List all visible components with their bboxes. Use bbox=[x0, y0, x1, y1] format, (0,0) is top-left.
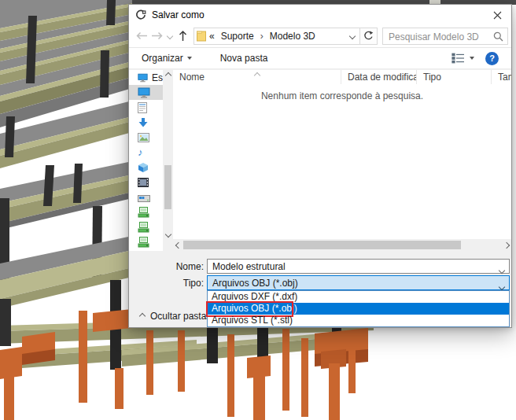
address-bar[interactable]: « Suporte › Modelo 3D bbox=[194, 28, 360, 45]
chevron-down-icon bbox=[164, 230, 171, 237]
sort-indicator-icon bbox=[255, 70, 260, 80]
scroll-up-button[interactable] bbox=[163, 70, 173, 80]
sidebar-item-videos[interactable] bbox=[129, 175, 163, 190]
sidebar-item-documents[interactable] bbox=[129, 100, 163, 115]
column-header-data[interactable]: Data de modificaç... bbox=[341, 70, 417, 84]
sidebar-item-downloads[interactable] bbox=[129, 115, 163, 130]
save-as-dialog: Salvar como bbox=[128, 4, 512, 328]
search-input[interactable] bbox=[387, 29, 491, 45]
filename-panel: Nome: Modelo estrutural Tipo: Arquivos O… bbox=[129, 251, 511, 327]
screen: Salvar como bbox=[0, 0, 516, 420]
title-bar: Salvar como bbox=[129, 5, 511, 24]
search-icon bbox=[493, 31, 503, 44]
column-header-tipo[interactable]: Tipo bbox=[417, 70, 492, 84]
navigation-sidebar: Es bbox=[129, 70, 163, 251]
filename-input[interactable]: Modelo estrutural bbox=[207, 259, 510, 274]
sidebar-item-local-disk[interactable] bbox=[129, 190, 163, 204]
command-toolbar: Organizar Nova pasta ? bbox=[129, 48, 511, 69]
this-pc-icon bbox=[138, 72, 148, 83]
sidebar-scrollbar[interactable] bbox=[163, 70, 173, 251]
forward-arrow-icon bbox=[151, 31, 164, 40]
navigation-bar: « Suporte › Modelo 3D bbox=[129, 24, 511, 48]
recent-locations-button[interactable] bbox=[165, 28, 175, 44]
file-list: Nome Data de modificaç... Tipo Tamanho N… bbox=[173, 70, 511, 251]
pictures-icon bbox=[138, 133, 149, 142]
list-horizontal-scrollbar[interactable] bbox=[173, 239, 511, 251]
chevron-down-icon[interactable] bbox=[499, 264, 504, 275]
sidebar-item-network-drive-2[interactable] bbox=[129, 219, 163, 234]
chevron-down-icon bbox=[167, 32, 173, 39]
chevron-up-icon bbox=[164, 72, 171, 78]
up-arrow-icon bbox=[179, 30, 187, 42]
hide-folders-label: Ocultar pastas bbox=[150, 311, 211, 322]
toolbar-right-group: ? bbox=[452, 52, 499, 65]
name-field-label: Nome: bbox=[129, 261, 204, 272]
empty-list-message: Nenhum item corresponde à pesquisa. bbox=[173, 90, 511, 101]
search-box[interactable] bbox=[382, 28, 508, 45]
sidebar-item-network-drive-1[interactable] bbox=[129, 204, 163, 219]
column-headers: Nome Data de modificaç... Tipo Tamanho bbox=[173, 70, 511, 84]
back-arrow-icon bbox=[135, 31, 148, 40]
caret-down-icon bbox=[470, 57, 474, 60]
column-header-tamanho[interactable]: Tamanho bbox=[492, 70, 511, 84]
help-button[interactable]: ? bbox=[485, 52, 499, 65]
address-dropdown-icon[interactable] bbox=[349, 32, 356, 39]
close-button[interactable] bbox=[490, 9, 504, 20]
hide-folders-button[interactable]: Ocultar pastas bbox=[140, 311, 211, 322]
sidebar-item-desktop[interactable] bbox=[129, 85, 163, 100]
downloads-icon bbox=[138, 117, 149, 128]
sidebar-item-pictures[interactable] bbox=[129, 130, 163, 145]
videos-icon bbox=[138, 178, 149, 187]
breadcrumb-item-modelo-3d[interactable]: Modelo 3D bbox=[270, 31, 315, 42]
scroll-right-button[interactable] bbox=[501, 239, 511, 251]
option-dxf[interactable]: Arquivos DXF (*.dxf) bbox=[208, 291, 509, 303]
scroll-down-button[interactable] bbox=[163, 229, 173, 239]
option-obj-selected[interactable]: Arquivos OBJ (*.obj) bbox=[208, 303, 509, 315]
views-icon bbox=[452, 53, 465, 64]
floor-slabs-group bbox=[0, 0, 132, 230]
forward-button[interactable] bbox=[149, 28, 165, 44]
close-icon bbox=[493, 11, 502, 20]
folder-icon bbox=[197, 31, 206, 42]
file-type-select[interactable]: Arquivos OBJ (*.obj) bbox=[207, 275, 510, 290]
chevron-left-icon bbox=[175, 241, 181, 248]
dialog-title: Salvar como bbox=[152, 9, 205, 20]
app-icon bbox=[135, 9, 146, 20]
caret-down-icon bbox=[187, 57, 192, 60]
sidebar-item-label: Es bbox=[152, 72, 163, 83]
music-icon: ♪ bbox=[138, 148, 143, 157]
sidebar-item-this-pc[interactable]: Es bbox=[129, 70, 163, 85]
scroll-left-button[interactable] bbox=[173, 239, 183, 251]
option-obj-label: Arquivos OBJ (*.obj) bbox=[212, 303, 297, 314]
chevron-right-icon bbox=[503, 241, 509, 248]
chevron-up-icon bbox=[139, 313, 146, 319]
breadcrumb-item-suporte[interactable]: Suporte bbox=[221, 31, 254, 42]
sidebar-item-music[interactable]: ♪ bbox=[129, 145, 163, 160]
local-disk-icon bbox=[138, 193, 150, 202]
filename-value: Modelo estrutural bbox=[212, 261, 286, 272]
network-drive-icon bbox=[138, 237, 149, 248]
scrollbar-thumb[interactable] bbox=[164, 165, 171, 209]
views-button[interactable] bbox=[452, 53, 474, 64]
option-stl[interactable]: Arquivos STL (*.stl) bbox=[208, 315, 509, 326]
dialog-body: Es bbox=[129, 70, 511, 251]
network-drive-icon bbox=[138, 222, 149, 233]
network-drive-icon bbox=[138, 207, 149, 218]
organize-button[interactable]: Organizar bbox=[142, 53, 192, 64]
desktop-icon bbox=[138, 87, 150, 98]
file-type-value: Arquivos OBJ (*.obj) bbox=[212, 278, 298, 289]
sidebar-item-network-drive-3[interactable] bbox=[129, 234, 163, 249]
breadcrumb-separator: › bbox=[260, 31, 264, 42]
new-folder-button[interactable]: Nova pasta bbox=[220, 53, 268, 64]
refresh-button[interactable] bbox=[360, 28, 378, 45]
cube-3d-icon bbox=[138, 162, 149, 173]
file-type-dropdown: Arquivos DXF (*.dxf) Arquivos OBJ (*.obj… bbox=[207, 290, 510, 327]
up-button[interactable] bbox=[175, 28, 190, 44]
type-field-label: Tipo: bbox=[129, 278, 204, 289]
scrollbar-thumb[interactable] bbox=[183, 241, 461, 249]
breadcrumb-ellipsis[interactable]: « bbox=[209, 31, 215, 42]
refresh-icon bbox=[363, 31, 374, 41]
back-button[interactable] bbox=[134, 28, 149, 44]
sidebar-item-3d-objects[interactable] bbox=[129, 160, 163, 175]
organize-label: Organizar bbox=[142, 53, 183, 64]
